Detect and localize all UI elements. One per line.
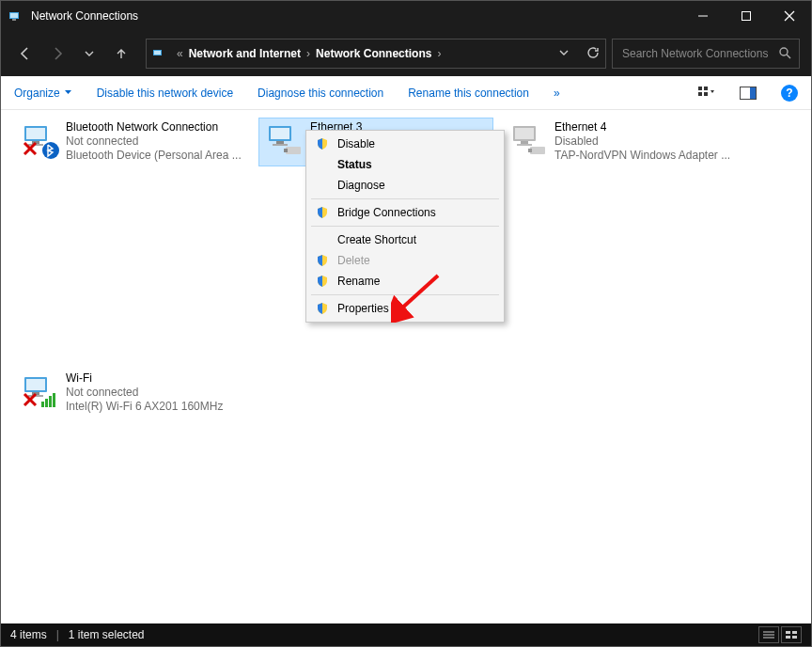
svg-rect-35 xyxy=(26,379,45,390)
statusbar: 4 items | 1 item selected xyxy=(1,623,811,646)
adapter-icon xyxy=(263,120,304,162)
ctx-rename[interactable]: Rename xyxy=(309,271,501,292)
svg-line-10 xyxy=(787,55,790,58)
overflow-menu[interactable]: » xyxy=(554,87,560,100)
address-dropdown-icon[interactable] xyxy=(558,47,570,61)
breadcrumb-network-internet[interactable]: Network and Internet xyxy=(189,47,301,60)
forward-button[interactable] xyxy=(44,40,70,67)
command-toolbar: Organize Disable this network device Dia… xyxy=(1,76,811,110)
app-icon xyxy=(8,8,23,24)
svg-rect-11 xyxy=(698,87,702,90)
shield-icon xyxy=(315,137,330,150)
svg-rect-48 xyxy=(786,631,790,634)
svg-rect-49 xyxy=(792,631,797,634)
svg-rect-30 xyxy=(521,141,528,144)
help-button[interactable]: ? xyxy=(781,85,798,102)
ctx-label: Status xyxy=(337,158,372,171)
shield-icon xyxy=(315,206,330,219)
status-selected-count: 1 item selected xyxy=(69,628,145,641)
back-button[interactable] xyxy=(12,40,39,67)
connection-wifi[interactable]: Wi-Fi Not connected Intel(R) Wi-Fi 6 AX2… xyxy=(14,369,249,418)
ctx-label: Diagnose xyxy=(337,179,385,192)
connection-status: Disabled xyxy=(554,134,730,149)
preview-pane-button[interactable] xyxy=(740,87,757,100)
shield-icon xyxy=(315,302,330,315)
ctx-label: Create Shortcut xyxy=(337,233,416,246)
svg-rect-13 xyxy=(698,92,702,96)
recent-dropdown[interactable] xyxy=(76,40,102,67)
ctx-bridge[interactable]: Bridge Connections xyxy=(309,202,501,223)
ctx-label: Delete xyxy=(337,254,370,267)
svg-rect-2 xyxy=(12,19,16,21)
diagnose-connection-cmd[interactable]: Diagnose this connection xyxy=(258,87,383,100)
ctx-delete: Delete xyxy=(309,250,501,271)
connection-bluetooth[interactable]: Bluetooth Network Connection Not connect… xyxy=(14,118,249,166)
svg-rect-40 xyxy=(41,402,44,407)
breadcrumb-prefix: « xyxy=(175,47,185,60)
svg-rect-1 xyxy=(10,13,18,18)
svg-rect-43 xyxy=(53,393,55,407)
svg-rect-41 xyxy=(45,399,48,407)
chevron-right-icon: › xyxy=(435,47,443,60)
svg-rect-12 xyxy=(704,87,708,90)
ctx-status[interactable]: Status xyxy=(309,154,501,175)
ctx-label: Disable xyxy=(337,137,375,150)
svg-rect-24 xyxy=(276,141,284,144)
ctx-label: Bridge Connections xyxy=(337,206,436,219)
search-icon[interactable] xyxy=(778,46,791,62)
context-menu: Disable Status Diagnose Bridge Connectio… xyxy=(305,130,505,323)
svg-rect-16 xyxy=(26,128,45,139)
search-input[interactable] xyxy=(620,46,771,61)
ctx-label: Rename xyxy=(337,275,380,288)
details-view-button[interactable] xyxy=(758,626,779,643)
address-bar[interactable]: « Network and Internet › Network Connect… xyxy=(146,39,606,69)
breadcrumb-network-connections[interactable]: Network Connections xyxy=(316,47,431,60)
svg-rect-25 xyxy=(273,144,288,146)
connection-status: Not connected xyxy=(66,386,223,400)
ctx-disable[interactable]: Disable xyxy=(309,134,501,154)
chevron-right-icon: › xyxy=(304,47,312,60)
rename-connection-cmd[interactable]: Rename this connection xyxy=(408,87,529,100)
close-button[interactable] xyxy=(768,1,811,31)
location-icon xyxy=(152,46,167,61)
organize-menu[interactable]: Organize xyxy=(14,87,72,100)
connection-device: Intel(R) Wi-Fi 6 AX201 160MHz xyxy=(66,400,223,414)
menu-separator xyxy=(311,226,499,227)
navbar: « Network and Internet › Network Connect… xyxy=(1,31,811,76)
ctx-create-shortcut[interactable]: Create Shortcut xyxy=(309,229,501,250)
connection-device: TAP-NordVPN Windows Adapter ... xyxy=(554,149,730,163)
ctx-diagnose[interactable]: Diagnose xyxy=(309,175,501,196)
svg-rect-50 xyxy=(786,636,790,639)
svg-rect-27 xyxy=(284,149,288,152)
adapter-icon xyxy=(19,371,60,413)
svg-rect-42 xyxy=(49,396,52,407)
minimize-button[interactable] xyxy=(681,1,725,31)
svg-point-9 xyxy=(780,48,788,55)
menu-separator xyxy=(311,198,499,199)
adapter-icon xyxy=(19,120,60,162)
svg-point-21 xyxy=(42,142,59,159)
large-icons-view-button[interactable] xyxy=(781,626,802,643)
ctx-label: Properties xyxy=(337,302,389,315)
svg-rect-26 xyxy=(286,147,301,154)
svg-rect-4 xyxy=(742,12,751,21)
search-box[interactable] xyxy=(612,39,800,69)
maximize-button[interactable] xyxy=(725,1,768,31)
connection-ethernet4[interactable]: Ethernet 4 Disabled TAP-NordVPN Windows … xyxy=(503,118,738,166)
svg-rect-8 xyxy=(154,51,161,55)
titlebar: Network Connections xyxy=(1,1,811,31)
connection-device: Bluetooth Device (Personal Area ... xyxy=(66,149,242,163)
svg-rect-31 xyxy=(517,144,532,146)
svg-rect-32 xyxy=(530,147,545,154)
svg-rect-29 xyxy=(515,128,534,139)
status-separator: | xyxy=(56,628,59,641)
svg-rect-23 xyxy=(271,128,289,139)
disable-device-cmd[interactable]: Disable this network device xyxy=(97,87,233,100)
ctx-properties[interactable]: Properties xyxy=(309,298,501,319)
up-button[interactable] xyxy=(108,40,134,67)
view-options-button[interactable] xyxy=(698,87,715,100)
connection-status: Not connected xyxy=(66,134,242,149)
svg-rect-51 xyxy=(792,636,797,639)
refresh-button[interactable] xyxy=(586,46,600,62)
window-title: Network Connections xyxy=(31,9,138,23)
